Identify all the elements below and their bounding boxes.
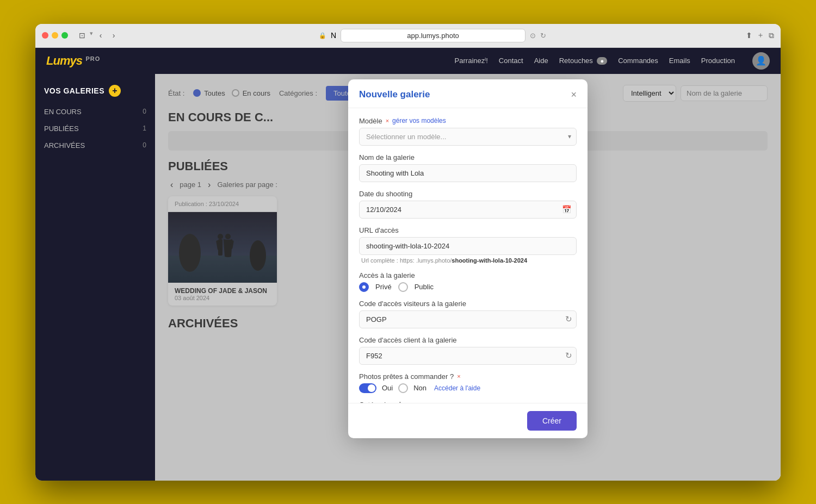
oui-label: Oui <box>382 384 393 392</box>
photos-row: Oui Non Accéder à l'aide <box>359 383 577 393</box>
modal-header: Nouvelle galerie × <box>348 79 588 108</box>
content-area: État : Toutes En cours Catégories : Tout… <box>155 74 781 481</box>
code-client-label: Code d'accès client à la galerie <box>359 336 577 344</box>
nom-input[interactable] <box>359 164 577 182</box>
mac-window: ⊡ ▾ ‹ › 🔒 N app.lumys.photo ⊙ ↻ ⬆ ＋ ⧉ Lu… <box>35 24 781 481</box>
create-button[interactable]: Créer <box>527 411 577 431</box>
aide-link[interactable]: Accéder à l'aide <box>434 384 480 392</box>
refresh-visiteurs-button[interactable]: ↻ <box>565 314 572 324</box>
nav-link-production[interactable]: Production <box>701 57 735 65</box>
modele-label: Modèle × gérer vos modèles <box>359 117 577 125</box>
forward-button[interactable]: › <box>108 30 119 41</box>
back-button[interactable]: ‹ <box>95 30 106 41</box>
code-client-input[interactable] <box>359 347 577 365</box>
nav-link-retouches[interactable]: Retouches ● <box>559 57 607 65</box>
address-bar[interactable]: app.lumys.photo <box>341 29 526 42</box>
address-bar-area: 🔒 N app.lumys.photo ⊙ ↻ <box>123 29 741 42</box>
maximize-button[interactable] <box>61 32 68 39</box>
nav-link-emails[interactable]: Emails <box>669 57 690 65</box>
nav-link-aide[interactable]: Aide <box>534 57 548 65</box>
lock-icon: 🔒 <box>319 32 326 39</box>
url-input[interactable] <box>359 237 577 255</box>
code-client-wrapper: ↻ <box>359 347 577 365</box>
refresh-client-button[interactable]: ↻ <box>565 351 572 360</box>
code-visiteurs-wrapper: ↻ <box>359 310 577 328</box>
nav-link-parrainez[interactable]: Parrainezˡ! <box>455 57 488 65</box>
avatar-icon: 👤 <box>756 55 766 66</box>
sidebar-item-publiees[interactable]: PUBLIÉES 1 <box>35 120 155 137</box>
main-layout: VOS GALERIES + EN COURS 0 PUBLIÉES 1 ARC… <box>35 74 781 481</box>
new-tab-icon[interactable]: ＋ <box>757 30 764 40</box>
app-content: Lumys PRO Parrainezˡ! Contact Aide Retou… <box>35 48 781 481</box>
nom-label: Nom de la galerie <box>359 153 577 161</box>
url-label: URL d'accès <box>359 226 577 234</box>
url-group: URL d'accès Url complète : https: .lumys… <box>359 226 577 264</box>
acces-label: Accès à la galerie <box>359 271 577 279</box>
close-button[interactable] <box>42 32 48 39</box>
sidebar-toggle-button[interactable]: ⊡ <box>77 30 88 41</box>
user-avatar[interactable]: 👤 <box>752 52 770 70</box>
url-hint: Url complète : https: .lumys.photo/shoot… <box>359 257 577 264</box>
notion-icon: N <box>331 31 336 40</box>
title-bar: ⊡ ▾ ‹ › 🔒 N app.lumys.photo ⊙ ↻ ⬆ ＋ ⧉ <box>35 24 781 48</box>
prive-radio[interactable] <box>359 282 369 292</box>
code-visiteurs-group: Code d'accès visiteurs à la galerie ↻ <box>359 300 577 328</box>
date-input-wrapper: 📅 <box>359 201 577 219</box>
share-icon[interactable]: ⬆ <box>746 31 752 40</box>
retouches-badge: ● <box>597 57 607 65</box>
code-client-group: Code d'accès client à la galerie ↻ <box>359 336 577 365</box>
logo: Lumys PRO <box>46 54 100 68</box>
sidebar-item-archivees[interactable]: ARCHIVÉES 0 <box>35 137 155 154</box>
code-visiteurs-label: Code d'accès visiteurs à la galerie <box>359 300 577 308</box>
prive-label: Privé <box>375 283 392 291</box>
sidebar-item-en-cours[interactable]: EN COURS 0 <box>35 103 155 120</box>
tabs-icon[interactable]: ⧉ <box>769 31 774 40</box>
public-radio[interactable] <box>398 282 408 292</box>
photos-label: Photos prêtes à commander ? × <box>359 372 577 381</box>
title-bar-controls: ⊡ ▾ ‹ › <box>77 30 119 41</box>
acces-group: Accès à la galerie Privé Public <box>359 271 577 292</box>
non-radio[interactable] <box>398 383 408 393</box>
tb-icons-right: ⬆ ＋ ⧉ <box>746 30 774 40</box>
modele-select[interactable]: Sélectionner un modèle... <box>359 128 577 146</box>
modal-backdrop: Nouvelle galerie × Modèle × gérer vos mo… <box>155 74 781 481</box>
reader-icon[interactable]: ⊙ <box>530 32 536 40</box>
modele-select-wrapper: Sélectionner un modèle... ▾ <box>359 128 577 146</box>
gerer-modeles-link[interactable]: gérer vos modèles <box>392 117 446 125</box>
modal-body: Modèle × gérer vos modèles Sélectionner … <box>348 108 588 403</box>
new-gallery-modal: Nouvelle galerie × Modèle × gérer vos mo… <box>348 79 588 438</box>
traffic-lights <box>42 32 68 39</box>
access-row: Privé Public <box>359 282 577 292</box>
nom-group: Nom de la galerie <box>359 153 577 182</box>
modal-title: Nouvelle galerie <box>359 89 430 100</box>
sidebar: VOS GALERIES + EN COURS 0 PUBLIÉES 1 ARC… <box>35 74 155 481</box>
nav-link-commandes[interactable]: Commandes <box>618 57 658 65</box>
code-visiteurs-input[interactable] <box>359 310 577 328</box>
refresh-icon[interactable]: ↻ <box>540 32 546 40</box>
sidebar-title: VOS GALERIES + <box>35 85 155 103</box>
calendar-icon[interactable]: 📅 <box>562 205 571 214</box>
date-group: Date du shooting 📅 <box>359 190 577 219</box>
add-gallery-button[interactable]: + <box>109 85 121 97</box>
non-label: Non <box>413 384 426 392</box>
date-input[interactable] <box>359 201 577 219</box>
modele-clear-icon[interactable]: × <box>386 117 389 124</box>
photos-clear-icon[interactable]: × <box>457 373 460 379</box>
photos-toggle[interactable] <box>359 383 376 393</box>
nav-links: Parrainezˡ! Contact Aide Retouches ● Com… <box>455 57 735 65</box>
date-label: Date du shooting <box>359 190 577 198</box>
modele-group: Modèle × gérer vos modèles Sélectionner … <box>359 117 577 146</box>
minimize-button[interactable] <box>52 32 58 39</box>
modal-close-button[interactable]: × <box>571 90 577 99</box>
public-label: Public <box>415 283 434 291</box>
nav-bar: Lumys PRO Parrainezˡ! Contact Aide Retou… <box>35 48 781 74</box>
modal-footer: Créer <box>348 403 588 438</box>
prive-radio-inner <box>362 285 366 289</box>
nav-link-contact[interactable]: Contact <box>499 57 523 65</box>
photos-group: Photos prêtes à commander ? × Oui Non Ac… <box>359 372 577 393</box>
